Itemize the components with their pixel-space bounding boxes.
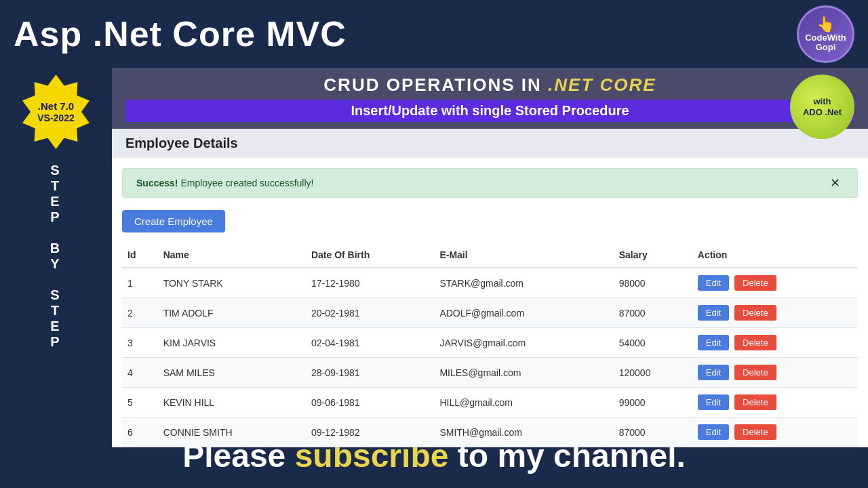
cell-salary: 98000 (614, 268, 692, 298)
col-id: Id (122, 243, 158, 268)
cell-id: 4 (122, 358, 158, 388)
ado-line2: ADO .Net (803, 107, 842, 118)
edit-button[interactable]: Edit (698, 305, 729, 321)
logo-text-line1: CodeWith (805, 33, 846, 43)
cell-email: ADOLF@gmail.com (434, 298, 613, 328)
cell-id: 5 (122, 388, 158, 418)
crud-subtitle: Insert/Update with single Stored Procedu… (125, 100, 854, 122)
edit-button[interactable]: Edit (698, 365, 729, 380)
success-alert: Success! Employee created successfully! … (122, 168, 858, 198)
cell-id: 1 (122, 268, 158, 298)
table-row: 5 KEVIN HILL 09-06-1981 HILL@gmail.com 9… (122, 388, 858, 418)
logo-hand-icon: 👆 (816, 16, 835, 33)
alert-message: Employee created successfully! (180, 178, 313, 188)
table-row: 6 CONNIE SMITH 09-12-1982 SMITH@gmail.co… (122, 418, 858, 447)
crud-title-highlight: .NET CORE (548, 75, 656, 95)
content-body: Employee Details Success! Employee creat… (112, 129, 868, 447)
delete-button[interactable]: Delete (734, 305, 776, 321)
cell-dob: 09-12-1982 (306, 418, 434, 447)
create-employee-button[interactable]: Create Employee (122, 210, 225, 232)
logo-circle: 👆 CodeWith Gopi (797, 5, 854, 63)
delete-button[interactable]: Delete (734, 424, 776, 440)
alert-success-label: Success! (136, 178, 178, 188)
cell-email: HILL@gmail.com (434, 388, 613, 418)
edit-button[interactable]: Edit (698, 424, 729, 440)
cell-action: Edit Delete (692, 298, 858, 328)
cell-dob: 09-06-1981 (306, 388, 434, 418)
logo-text-line2: Gopi (816, 43, 836, 52)
table-row: 1 TONY STARK 17-12-1980 STARK@gmail.com … (122, 268, 858, 298)
edit-button[interactable]: Edit (698, 394, 729, 410)
ado-line1: with (814, 96, 831, 107)
net-badge-line2: VS-2022 (37, 113, 74, 124)
delete-button[interactable]: Delete (734, 394, 776, 410)
table-header-row: Id Name Date Of Birth E-Mail Salary Acti… (122, 243, 858, 268)
col-action: Action (692, 243, 858, 268)
net-badge-line1: .Net 7.0 (38, 100, 74, 113)
left-panel: .Net 7.0 VS-2022 S T E P B Y S T E P (0, 68, 112, 424)
table-row: 4 SAM MILES 28-09-1981 MILES@gmail.com 1… (122, 358, 858, 388)
cell-action: Edit Delete (692, 328, 858, 358)
cell-name: TONY STARK (158, 268, 306, 298)
cell-dob: 17-12-1980 (306, 268, 434, 298)
cell-name: KEVIN HILL (158, 388, 306, 418)
cell-name: TIM ADOLF (158, 298, 306, 328)
top-header: Asp .Net Core MVC 👆 CodeWith Gopi (0, 0, 868, 68)
right-panel: CRUD OPERATIONS IN .NET CORE Insert/Upda… (112, 68, 868, 424)
col-salary: Salary (614, 243, 692, 268)
cell-email: MILES@gmail.com (434, 358, 613, 388)
cell-id: 3 (122, 328, 158, 358)
cell-salary: 87000 (614, 418, 692, 447)
middle-section: .Net 7.0 VS-2022 S T E P B Y S T E P (0, 68, 868, 424)
cell-salary: 99000 (614, 388, 692, 418)
cell-id: 2 (122, 298, 158, 328)
cell-email: JARVIS@gmail.com (434, 328, 613, 358)
crud-title: CRUD OPERATIONS IN .NET CORE (323, 75, 656, 96)
edit-button[interactable]: Edit (698, 275, 729, 291)
ado-circle: with ADO .Net (790, 75, 854, 139)
employee-table: Id Name Date Of Birth E-Mail Salary Acti… (122, 243, 858, 447)
col-name: Name (158, 243, 306, 268)
cell-action: Edit Delete (692, 388, 858, 418)
cell-dob: 28-09-1981 (306, 358, 434, 388)
edit-button[interactable]: Edit (698, 335, 729, 350)
page-heading: Employee Details (112, 129, 868, 158)
cell-dob: 02-04-1981 (306, 328, 434, 358)
delete-button[interactable]: Delete (734, 365, 776, 380)
cell-action: Edit Delete (692, 268, 858, 298)
cell-salary: 54000 (614, 328, 692, 358)
net-badge: .Net 7.0 VS-2022 (19, 75, 94, 149)
cell-email: STARK@gmail.com (434, 268, 613, 298)
alert-close-button[interactable]: ✕ (827, 176, 844, 190)
cell-action: Edit Delete (692, 358, 858, 388)
table-row: 2 TIM ADOLF 20-02-1981 ADOLF@gmail.com 8… (122, 298, 858, 328)
alert-text: Success! Employee created successfully! (136, 178, 313, 188)
delete-button[interactable]: Delete (734, 275, 776, 291)
cell-salary: 87000 (614, 298, 692, 328)
cell-name: CONNIE SMITH (158, 418, 306, 447)
col-dob: Date Of Birth (306, 243, 434, 268)
table-row: 3 KIM JARVIS 02-04-1981 JARVIS@gmail.com… (122, 328, 858, 358)
cell-email: SMITH@gmail.com (434, 418, 613, 447)
col-email: E-Mail (434, 243, 613, 268)
crud-banner: CRUD OPERATIONS IN .NET CORE Insert/Upda… (112, 68, 868, 129)
cell-name: KIM JARVIS (158, 328, 306, 358)
cell-name: SAM MILES (158, 358, 306, 388)
cell-salary: 120000 (614, 358, 692, 388)
app-title: Asp .Net Core MVC (14, 14, 347, 54)
cell-action: Edit Delete (692, 418, 858, 447)
cell-id: 6 (122, 418, 158, 447)
step-label: S T E P B Y S T E P (0, 163, 112, 350)
cell-dob: 20-02-1981 (306, 298, 434, 328)
delete-button[interactable]: Delete (734, 335, 776, 350)
